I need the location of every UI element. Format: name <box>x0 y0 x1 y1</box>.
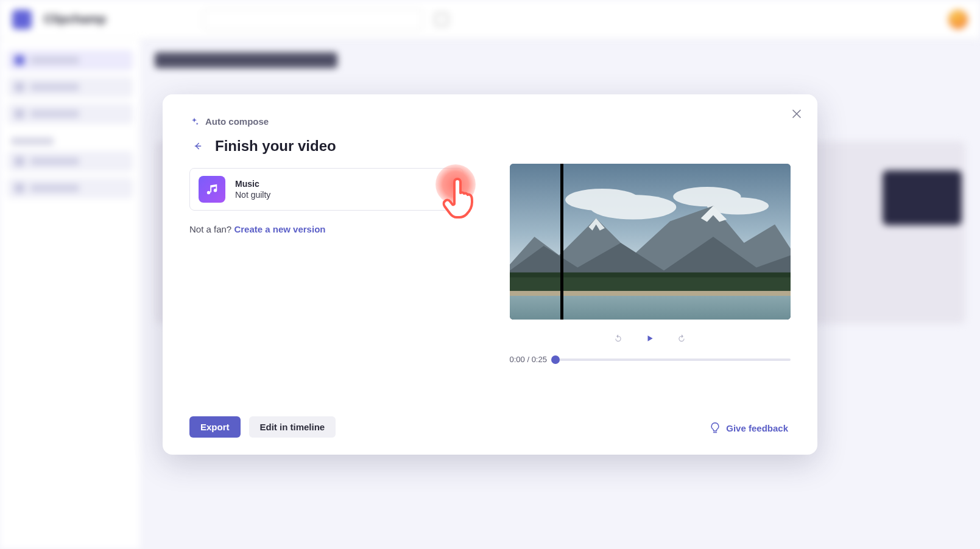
svg-rect-6 <box>510 273 791 278</box>
auto-compose-modal: Auto compose Finish your video Music Not… <box>163 94 817 455</box>
click-indicator <box>431 160 480 209</box>
sparkle-icon <box>189 117 199 127</box>
give-feedback-label: Give feedback <box>726 423 788 433</box>
seek-thumb[interactable] <box>551 355 560 364</box>
svg-rect-5 <box>510 275 791 293</box>
music-card-title: Music <box>235 179 270 189</box>
music-icon <box>199 176 225 203</box>
not-fan-row: Not a fan? Create a new version <box>189 224 464 234</box>
modal-title: Finish your video <box>215 138 336 155</box>
forward-button[interactable] <box>674 330 689 346</box>
forward-icon <box>677 332 686 345</box>
modal-scrim: Auto compose Finish your video Music Not… <box>0 0 980 549</box>
breadcrumb: Auto compose <box>189 116 464 127</box>
modal-right-panel: 0:00 / 0:25 Give feedback <box>490 94 818 455</box>
music-card-track: Not guilty <box>235 190 270 200</box>
play-icon <box>646 332 654 344</box>
modal-left-panel: Auto compose Finish your video Music Not… <box>163 94 490 455</box>
play-button[interactable] <box>642 330 658 346</box>
preview-split-divider <box>560 164 563 320</box>
not-fan-text: Not a fan? <box>189 224 234 234</box>
preview-image <box>510 164 791 320</box>
export-button[interactable]: Export <box>189 416 241 438</box>
arrow-left-icon <box>193 141 203 152</box>
seek-track[interactable] <box>555 358 791 361</box>
back-button[interactable] <box>189 138 206 155</box>
pointer-hand-icon <box>440 176 479 220</box>
music-card[interactable]: Music Not guilty <box>189 168 464 211</box>
svg-rect-8 <box>510 296 791 320</box>
create-new-version-link[interactable]: Create a new version <box>234 224 325 234</box>
edit-timeline-button[interactable]: Edit in timeline <box>249 416 336 438</box>
svg-point-2 <box>590 195 676 219</box>
rewind-button[interactable] <box>610 330 626 346</box>
give-feedback-button[interactable]: Give feedback <box>707 418 791 438</box>
rewind-icon <box>614 332 622 345</box>
breadcrumb-label: Auto compose <box>205 116 269 127</box>
video-preview[interactable] <box>510 164 791 320</box>
player-controls <box>510 330 791 346</box>
time-display: 0:00 / 0:25 <box>510 355 547 364</box>
progress-row: 0:00 / 0:25 <box>510 355 791 364</box>
chevron-right-icon <box>446 185 454 194</box>
lightbulb-icon <box>709 422 721 434</box>
